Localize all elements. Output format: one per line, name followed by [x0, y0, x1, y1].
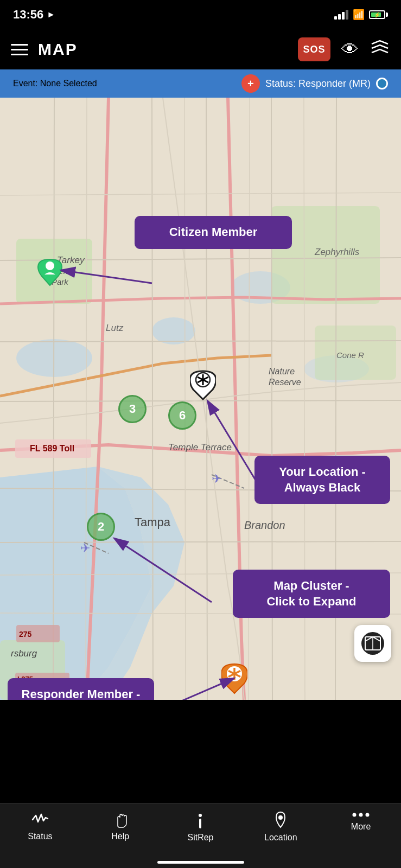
nav-location-label: Location: [264, 833, 297, 843]
svg-text:FL 589 Toll: FL 589 Toll: [30, 444, 74, 453]
activity-icon: [31, 811, 49, 828]
location-icon: [273, 811, 288, 829]
cluster-marker-3[interactable]: 3: [118, 395, 147, 423]
time-display: 13:56: [13, 8, 43, 22]
nav-item-location[interactable]: Location: [240, 811, 321, 843]
svg-point-76: [278, 815, 283, 820]
citizen-member-callout: Citizen Member: [135, 216, 292, 249]
svg-text:rsburg: rsburg: [11, 648, 37, 659]
location-arrow-icon: ►: [47, 10, 55, 20]
nav-more-label: More: [351, 822, 371, 832]
cluster-count-3[interactable]: 3: [118, 395, 147, 423]
cluster-count-6[interactable]: 6: [168, 401, 196, 430]
battery-icon: ⚡: [369, 10, 388, 19]
svg-point-77: [353, 813, 357, 817]
status-icons: 📶 ⚡: [334, 9, 388, 21]
svg-rect-75: [199, 819, 201, 828]
map-layers-icon[interactable]: [370, 37, 390, 62]
citizen-member-marker[interactable]: [37, 255, 63, 289]
nav-status-label: Status: [28, 832, 52, 841]
nav-item-help[interactable]: Help: [80, 811, 161, 841]
cluster-marker-2[interactable]: 2: [87, 513, 115, 541]
svg-text:Reserve: Reserve: [269, 378, 301, 387]
svg-point-78: [359, 813, 363, 817]
responder-off-duty-callout: Responder Member -Off Duty: [8, 678, 154, 700]
svg-text:✈: ✈: [212, 472, 221, 486]
hamburger-menu[interactable]: [11, 44, 28, 55]
status-dot-icon: [376, 78, 388, 90]
your-location-callout: Your Location -Always Black: [254, 456, 390, 504]
home-indicator: [157, 861, 244, 864]
status-text: Status: Responder (MR): [265, 78, 371, 90]
wifi-icon: 📶: [353, 9, 365, 21]
status-bar: 13:56 ► 📶 ⚡: [0, 0, 401, 29]
svg-text:Nature: Nature: [269, 367, 295, 376]
svg-point-74: [199, 814, 202, 817]
svg-text:Temple Terrace: Temple Terrace: [168, 442, 232, 452]
nav-help-label: Help: [111, 832, 129, 841]
nav-item-more[interactable]: More: [321, 811, 401, 832]
svg-text:Lutz: Lutz: [106, 323, 124, 333]
svg-point-79: [366, 813, 370, 817]
map-cluster-callout: Map Cluster -Click to Expand: [233, 570, 390, 618]
svg-text:✈: ✈: [80, 541, 90, 555]
nav-item-status[interactable]: Status: [0, 811, 80, 841]
svg-text:Tampa: Tampa: [135, 515, 171, 529]
map-options-button[interactable]: [354, 625, 391, 662]
hand-icon: [112, 811, 129, 828]
svg-text:Cone R: Cone R: [336, 350, 364, 360]
event-text: Event: None Selected: [13, 79, 97, 88]
eye-icon[interactable]: 👁: [341, 40, 359, 60]
app-header: MAP SOS 👁: [0, 29, 401, 69]
svg-text:Brandon: Brandon: [244, 519, 285, 531]
cluster-marker-6[interactable]: 6: [168, 401, 196, 430]
map-options-icon: [361, 631, 385, 655]
event-status-bar: Event: None Selected + Status: Responder…: [0, 69, 401, 98]
status-time: 13:56 ►: [13, 8, 55, 22]
responder-badge-icon: +: [241, 74, 260, 93]
bottom-navigation: Status Help SitRep Location More: [0, 803, 401, 868]
info-icon: [193, 811, 208, 829]
responder-off-duty-marker[interactable]: [221, 661, 247, 697]
svg-text:Zephyrhills: Zephyrhills: [314, 247, 360, 257]
signal-bars-icon: [334, 10, 348, 20]
cluster-count-2[interactable]: 2: [87, 513, 115, 541]
your-location-marker[interactable]: [190, 368, 216, 403]
nav-sitrep-label: SitRep: [187, 833, 213, 843]
svg-point-1: [152, 317, 195, 344]
more-icon: [352, 811, 370, 819]
map-container[interactable]: FL 589 Toll 275 I 275 US 19 I 75 Tarkey …: [0, 98, 401, 700]
svg-point-51: [46, 261, 54, 270]
svg-text:275: 275: [19, 630, 32, 639]
page-title: MAP: [38, 40, 78, 59]
nav-item-sitrep[interactable]: SitRep: [161, 811, 241, 843]
sos-button[interactable]: SOS: [298, 37, 330, 61]
